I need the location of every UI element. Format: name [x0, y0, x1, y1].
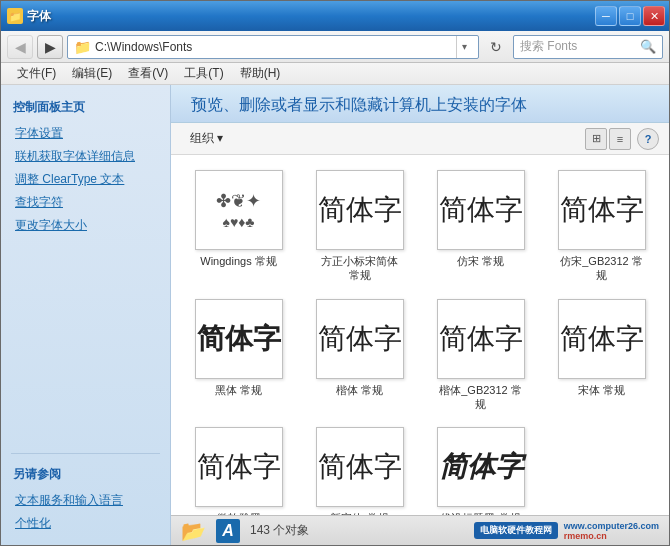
font-preview-wingdings: ✤❦✦ ♠♥♦♣	[195, 170, 283, 250]
sidebar-link-font-settings[interactable]: 字体设置	[1, 122, 170, 145]
main-title: 预览、删除或者显示和隐藏计算机上安装的字体	[191, 95, 649, 116]
status-bar: 📂 A 143 个对象 电脑软硬件教程网 www.computer26.com …	[171, 515, 669, 545]
title-buttons: ─ □ ✕	[595, 6, 665, 26]
font-item-fzxbs[interactable]: 简体字 方正小标宋简体常规	[302, 165, 417, 288]
font-preview-heiti: 简体字	[195, 299, 283, 379]
menu-edit[interactable]: 编辑(E)	[64, 63, 120, 84]
title-bar: 📁 字体 ─ □ ✕	[1, 1, 669, 31]
font-item-kaiti-gb[interactable]: 简体字 楷体_GB2312 常规	[423, 294, 538, 417]
sidebar-main-title: 控制面板主页	[1, 95, 170, 122]
menu-tools[interactable]: 工具(T)	[176, 63, 231, 84]
main-window: 📁 字体 ─ □ ✕ ◀ ▶ 📁 C:\Windows\Fonts ▾ ↻ 搜索…	[0, 0, 670, 546]
search-icon[interactable]: 🔍	[640, 39, 656, 54]
font-name-fangsong: 仿宋 常规	[457, 254, 504, 268]
sidebar-see-also-title: 另请参阅	[1, 462, 170, 489]
font-preview-newsong: 简体字	[316, 427, 404, 507]
address-text: C:\Windows\Fonts	[95, 40, 452, 54]
font-item-newsong[interactable]: 简体字 新宋体 常规	[302, 422, 417, 515]
status-letter-a: A	[216, 519, 240, 543]
font-name-fzxbs: 方正小标宋简体常规	[321, 254, 398, 283]
sidebar-link-change-size[interactable]: 更改字体大小	[1, 214, 170, 237]
font-item-fangsong-gb[interactable]: 简体字 仿宋_GB2312 常规	[544, 165, 659, 288]
main-header: 预览、删除或者显示和隐藏计算机上安装的字体	[171, 85, 669, 123]
font-item-kaiti[interactable]: 简体字 楷体 常规	[302, 294, 417, 417]
main-toolbar: 组织 ▾ ⊞ ≡ ?	[171, 123, 669, 155]
font-preview-fzxbs: 简体字	[316, 170, 404, 250]
main-panel: 预览、删除或者显示和隐藏计算机上安装的字体 组织 ▾ ⊞ ≡ ? ✤❦✦	[171, 85, 669, 545]
sidebar-divider	[11, 453, 160, 454]
navigation-bar: ◀ ▶ 📁 C:\Windows\Fonts ▾ ↻ 搜索 Fonts 🔍	[1, 31, 669, 63]
title-bar-left: 📁 字体	[7, 8, 595, 25]
forward-button[interactable]: ▶	[37, 35, 63, 59]
window-icon: 📁	[7, 8, 23, 24]
font-grid: ✤❦✦ ♠♥♦♣ Wingdings 常规 简体字 方正小标宋简体常规 简体字 …	[171, 155, 669, 515]
menu-bar: 文件(F) 编辑(E) 查看(V) 工具(T) 帮助(H)	[1, 63, 669, 85]
address-bar[interactable]: 📁 C:\Windows\Fonts ▾	[67, 35, 479, 59]
sidebar: 控制面板主页 字体设置 联机获取字体详细信息 调整 ClearType 文本 查…	[1, 85, 171, 545]
organize-label: 组织 ▾	[190, 130, 223, 147]
sidebar-link-personalize[interactable]: 个性化	[1, 512, 170, 535]
search-placeholder: 搜索 Fonts	[520, 38, 636, 55]
view-icon-button[interactable]: ⊞	[585, 128, 607, 150]
address-folder-icon: 📁	[74, 39, 91, 55]
minimize-button[interactable]: ─	[595, 6, 617, 26]
font-item-wingdings[interactable]: ✤❦✦ ♠♥♦♣ Wingdings 常规	[181, 165, 296, 288]
font-preview-fangsong: 简体字	[437, 170, 525, 250]
view-list-button[interactable]: ≡	[609, 128, 631, 150]
refresh-button[interactable]: ↻	[483, 35, 509, 59]
font-preview-kaiti-gb: 简体字	[437, 299, 525, 379]
font-item-heiti[interactable]: 简体字 黑体 常规	[181, 294, 296, 417]
status-folder-icon: 📂	[181, 519, 206, 543]
view-buttons: ⊞ ≡	[585, 128, 631, 150]
status-count: 143 个对象	[250, 522, 309, 539]
font-preview-yahei: 简体字	[195, 427, 283, 507]
content-area: 控制面板主页 字体设置 联机获取字体详细信息 调整 ClearType 文本 查…	[1, 85, 669, 545]
sidebar-link-cleartype[interactable]: 调整 ClearType 文本	[1, 168, 170, 191]
font-preview-youshe: 简体字	[437, 427, 525, 507]
help-button[interactable]: ?	[637, 128, 659, 150]
menu-view[interactable]: 查看(V)	[120, 63, 176, 84]
address-dropdown-button[interactable]: ▾	[456, 36, 472, 58]
font-preview-songti: 简体字	[558, 299, 646, 379]
font-name-wingdings: Wingdings 常规	[200, 254, 276, 268]
font-preview-kaiti: 简体字	[316, 299, 404, 379]
sidebar-link-find-char[interactable]: 查找字符	[1, 191, 170, 214]
font-name-songti: 宋体 常规	[578, 383, 625, 397]
site-logo: 电脑软硬件教程网 www.computer26.com rmemo.cn	[474, 518, 659, 544]
maximize-button[interactable]: □	[619, 6, 641, 26]
search-bar[interactable]: 搜索 Fonts 🔍	[513, 35, 663, 59]
font-item-songti[interactable]: 简体字 宋体 常规	[544, 294, 659, 417]
menu-help[interactable]: 帮助(H)	[232, 63, 289, 84]
font-name-fangsong-gb: 仿宋_GB2312 常规	[560, 254, 643, 283]
organize-button[interactable]: 组织 ▾	[181, 126, 232, 151]
sidebar-link-text-services[interactable]: 文本服务和输入语言	[1, 489, 170, 512]
menu-file[interactable]: 文件(F)	[9, 63, 64, 84]
back-button[interactable]: ◀	[7, 35, 33, 59]
font-name-heiti: 黑体 常规	[215, 383, 262, 397]
font-item-fangsong[interactable]: 简体字 仿宋 常规	[423, 165, 538, 288]
window-title: 字体	[27, 8, 51, 25]
sidebar-spacer	[1, 237, 170, 445]
font-item-youshe[interactable]: 简体字 优设标题黑 常规	[423, 422, 538, 515]
font-name-kaiti: 楷体 常规	[336, 383, 383, 397]
sidebar-link-online-font[interactable]: 联机获取字体详细信息	[1, 145, 170, 168]
font-preview-fangsong-gb: 简体字	[558, 170, 646, 250]
font-item-yahei[interactable]: 简体字 微软雅黑	[181, 422, 296, 515]
font-name-kaiti-gb: 楷体_GB2312 常规	[439, 383, 522, 412]
close-button[interactable]: ✕	[643, 6, 665, 26]
